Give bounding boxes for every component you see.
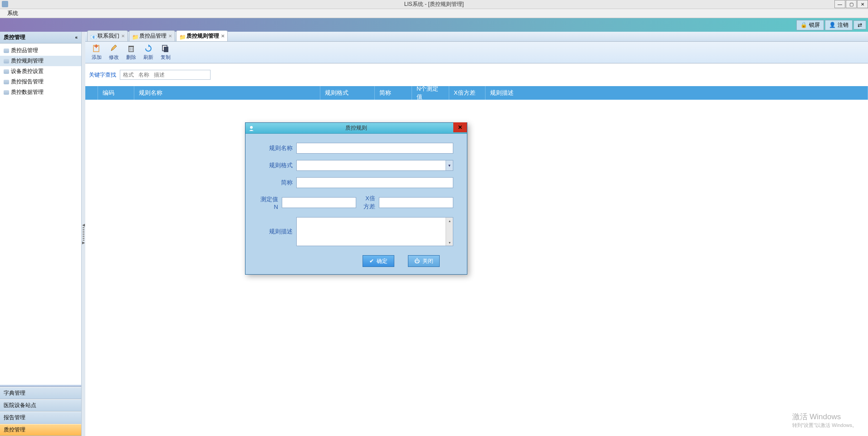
- minimize-button[interactable]: —: [834, 0, 845, 8]
- refresh-icon: [144, 44, 153, 53]
- ribbon-header: 🔒 锁屏 👤 注销 ⇄: [0, 18, 868, 32]
- label-n-value: 测定值N: [259, 195, 278, 210]
- sidebar-item-device-qc[interactable]: 设备质控设置: [0, 66, 81, 77]
- edit-icon: [109, 44, 118, 53]
- tab-contact-us[interactable]: 📧 联系我们 ✕: [87, 30, 128, 41]
- input-rule-name[interactable]: [296, 143, 453, 154]
- toolbar-edit-button[interactable]: 修改: [106, 43, 122, 62]
- dialog-buttons: ✔ 确定 ⏻ 关闭: [259, 252, 453, 267]
- th-short-name[interactable]: 简称: [375, 86, 412, 100]
- scroll-up-icon[interactable]: ▴: [446, 218, 453, 224]
- tab-strip: 📧 联系我们 ✕ 📁 质控品管理 ✕ 📁 质控规则管理 ✕: [85, 32, 868, 42]
- sidebar-items: 质控品管理 质控规则管理 设备质控设置 质控报告管理 质控数据管理: [0, 44, 81, 384]
- sidebar-footer-hospital[interactable]: 医院设备站点: [0, 399, 81, 412]
- content-area: 📧 联系我们 ✕ 📁 质控品管理 ✕ 📁 质控规则管理 ✕ 添加: [85, 32, 868, 436]
- tab-close-icon[interactable]: ✕: [121, 34, 125, 39]
- sidebar-item-qc-data[interactable]: 质控数据管理: [0, 87, 81, 97]
- svg-rect-7: [164, 47, 168, 52]
- toolbar-delete-button[interactable]: 删除: [123, 43, 139, 62]
- window-title: LIS系统 - [质控规则管理]: [404, 0, 464, 8]
- textarea-rule-desc-wrap: ▴ ▾: [296, 217, 453, 246]
- power-icon: ⏻: [414, 258, 420, 264]
- sidebar: 质控管理 « 质控品管理 质控规则管理 设备质控设置 质控报告管理 质控数据管理…: [0, 32, 82, 436]
- input-x-variance[interactable]: [379, 197, 453, 208]
- textarea-scrollbar[interactable]: ▴ ▾: [446, 218, 453, 246]
- sidebar-collapse-button[interactable]: «: [75, 35, 78, 40]
- close-window-button[interactable]: ✕: [857, 0, 868, 8]
- window-controls: — ▢ ✕: [834, 0, 868, 8]
- select-rule-format[interactable]: ▼: [296, 160, 453, 171]
- app-icon: [2, 1, 8, 7]
- tab-qc-product[interactable]: 📁 质控品管理 ✕: [129, 30, 175, 41]
- toolbar-copy-button[interactable]: 复制: [158, 43, 173, 62]
- th-rule-format[interactable]: 规则格式: [320, 86, 375, 100]
- label-short-name: 简称: [259, 179, 293, 187]
- label-rule-desc: 规则描述: [259, 228, 293, 236]
- tab-close-icon[interactable]: ✕: [168, 34, 172, 39]
- splitter[interactable]: ◀ ▶: [82, 32, 85, 436]
- maximize-button[interactable]: ▢: [846, 0, 857, 8]
- ribbon-extra-button[interactable]: ⇄: [853, 20, 866, 29]
- th-code[interactable]: 编码: [98, 86, 134, 100]
- dialog-titlebar[interactable]: 质控规则 ✕: [245, 123, 467, 134]
- search-input[interactable]: [120, 70, 211, 80]
- delete-icon: [127, 44, 136, 53]
- logout-button[interactable]: 👤 注销: [825, 20, 853, 30]
- sidebar-header: 质控管理 «: [0, 32, 81, 44]
- svg-rect-0: [2, 1, 8, 7]
- lock-icon: 🔒: [800, 22, 807, 28]
- sidebar-footer-report[interactable]: 报告管理: [0, 412, 81, 424]
- dialog-body: 规则名称 规则格式 ▼ 简称 测定值N X倍方差 规则描述: [245, 134, 467, 274]
- textarea-rule-desc[interactable]: [297, 218, 446, 246]
- add-icon: [92, 44, 101, 53]
- tab-close-icon[interactable]: ✕: [221, 34, 225, 39]
- toolbar-add-button[interactable]: 添加: [89, 43, 104, 62]
- swap-icon: ⇄: [858, 22, 862, 28]
- folder-icon: 📁: [132, 34, 137, 39]
- label-x-variance: X倍方差: [360, 194, 375, 211]
- search-row: 关键字查找: [85, 63, 868, 86]
- svg-point-8: [250, 126, 253, 129]
- ok-button[interactable]: ✔ 确定: [363, 255, 394, 267]
- select-rule-format-input[interactable]: [297, 160, 446, 170]
- menu-system[interactable]: 系统: [4, 9, 22, 18]
- table-header: 编码 规则名称 规则格式 简称 N个测定值 X倍方差 规则描述: [85, 86, 868, 100]
- splitter-grip: [83, 227, 84, 241]
- menu-bar: 系统: [0, 9, 868, 18]
- search-label: 关键字查找: [89, 71, 116, 79]
- sidebar-item-qc-product[interactable]: 质控品管理: [0, 45, 81, 56]
- toolbar: 添加 修改 删除 刷新 复制: [85, 42, 868, 63]
- folder-icon: 📁: [179, 34, 185, 39]
- th-x-variance[interactable]: X倍方差: [449, 86, 485, 100]
- tab-qc-rule[interactable]: 📁 质控规则管理 ✕: [176, 30, 228, 41]
- sidebar-item-qc-report[interactable]: 质控报告管理: [0, 77, 81, 87]
- input-short-name[interactable]: [296, 177, 453, 188]
- close-button[interactable]: ⏻ 关闭: [408, 255, 440, 267]
- sidebar-item-qc-rule[interactable]: 质控规则管理: [0, 56, 81, 66]
- check-icon: ✔: [369, 258, 374, 264]
- label-rule-format: 规则格式: [259, 161, 293, 170]
- th-rule-name[interactable]: 规则名称: [134, 86, 320, 100]
- qc-rule-dialog: 质控规则 ✕ 规则名称 规则格式 ▼ 简称 测定值N X倍: [245, 122, 467, 275]
- sidebar-footer: 字典管理 医院设备站点 报告管理 质控管理: [0, 384, 81, 436]
- svg-rect-3: [128, 46, 134, 47]
- dropdown-icon[interactable]: ▼: [446, 160, 453, 170]
- dialog-close-button[interactable]: ✕: [453, 122, 467, 132]
- th-rule-desc[interactable]: 规则描述: [485, 86, 868, 100]
- input-n-value[interactable]: [282, 197, 356, 208]
- copy-icon: [161, 44, 170, 53]
- title-bar: LIS系统 - [质控规则管理] — ▢ ✕: [0, 0, 868, 9]
- sidebar-footer-dict[interactable]: 字典管理: [0, 387, 81, 399]
- th-n-value[interactable]: N个测定值: [412, 86, 449, 100]
- lock-screen-button[interactable]: 🔒 锁屏: [796, 20, 824, 30]
- logout-icon: 👤: [829, 22, 836, 28]
- sidebar-title: 质控管理: [4, 34, 25, 41]
- sidebar-footer-qc[interactable]: 质控管理: [0, 424, 81, 436]
- dialog-icon: [248, 125, 255, 131]
- dialog-title: 质控规则: [345, 124, 367, 132]
- scroll-down-icon[interactable]: ▾: [446, 239, 453, 246]
- contact-icon: 📧: [90, 34, 96, 39]
- label-rule-name: 规则名称: [259, 144, 293, 152]
- toolbar-refresh-button[interactable]: 刷新: [141, 43, 156, 62]
- svg-rect-2: [129, 47, 133, 52]
